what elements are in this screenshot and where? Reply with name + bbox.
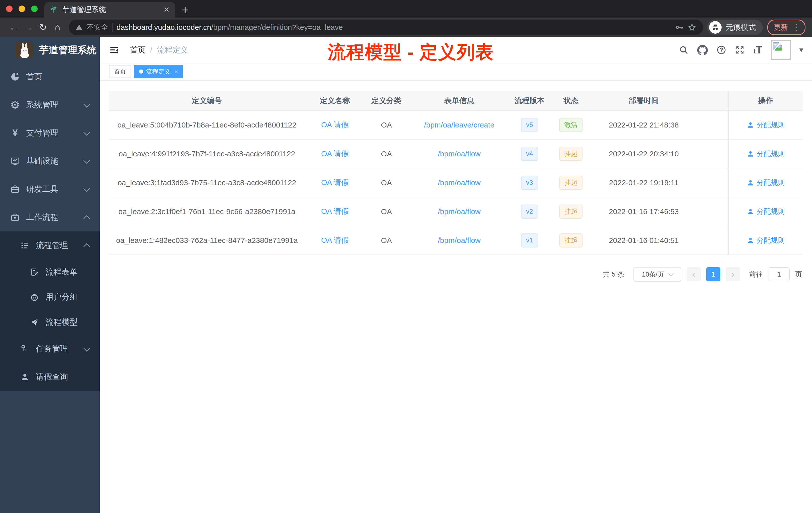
- status-badge: 挂起: [559, 147, 582, 161]
- toolbox-icon: [9, 184, 21, 194]
- tab-strip: 芋道管理系统 ✕ +: [0, 0, 812, 18]
- close-window-button[interactable]: [6, 5, 12, 12]
- sidebar-item-label: 系统管理: [26, 99, 58, 111]
- security-label[interactable]: 不安全: [87, 23, 108, 32]
- tag-home[interactable]: 首页: [109, 65, 131, 78]
- sidebar-item-infra[interactable]: 基础设施: [0, 147, 100, 175]
- browser-tab[interactable]: 芋道管理系统 ✕: [44, 2, 175, 18]
- sidebar: 芋道管理系统 首页 ⚙ 系统管理 ¥: [0, 37, 100, 513]
- column-header: 定义编号: [109, 91, 305, 110]
- zoom-window-button[interactable]: [31, 5, 38, 12]
- back-button[interactable]: ←: [6, 20, 21, 35]
- user-icon: [747, 179, 754, 186]
- sidebar-item-process-mgmt[interactable]: 流程管理: [0, 232, 100, 260]
- favicon-seedling-icon: [50, 6, 58, 14]
- cell-definition-id: oa_leave:2:3c1f0ef1-76b1-11ec-9c66-a2380…: [109, 197, 305, 225]
- cell-definition-id: oa_leave:1:482ec033-762a-11ec-8477-a2380…: [109, 226, 305, 254]
- version-badge: v2: [521, 205, 538, 219]
- sidebar-item-task-mgmt[interactable]: 任务管理: [0, 335, 100, 363]
- breadcrumb-home[interactable]: 首页: [130, 45, 146, 55]
- next-page-button[interactable]: ›: [726, 267, 740, 281]
- sidebar-item-system[interactable]: ⚙ 系统管理: [0, 91, 100, 119]
- status-badge: 挂起: [559, 233, 582, 247]
- avatar[interactable]: [771, 40, 791, 60]
- window-controls: [0, 0, 44, 18]
- sidebar-item-devtools[interactable]: 研发工具: [0, 175, 100, 203]
- sidebar-item-leave-query[interactable]: 请假查询: [0, 363, 100, 391]
- bookmark-star-icon[interactable]: [688, 23, 696, 32]
- sidebar-menu: 首页 ⚙ 系统管理 ¥ 支付管理: [0, 63, 100, 513]
- browser-toolbar: ← → ↻ ⌂ 不安全 dashboard.yudao.iocoder.cn/b…: [0, 18, 812, 37]
- table-row: oa_leave:5:004b710b-7b8a-11ec-8ef0-acde4…: [109, 111, 803, 140]
- sidebar-item-home[interactable]: 首页: [0, 63, 100, 91]
- incognito-icon: [709, 21, 722, 34]
- sidebar-item-label: 首页: [26, 71, 42, 82]
- sidebar-item-label: 任务管理: [36, 343, 68, 354]
- browser-menu-update-button[interactable]: 更新 ⋮: [767, 20, 806, 35]
- navbar-actions: tT ▼: [679, 40, 805, 60]
- face-icon: [29, 293, 40, 302]
- assign-rule-button[interactable]: 分配规则: [747, 120, 785, 130]
- address-bar[interactable]: 不安全 dashboard.yudao.iocoder.cn/bpm/manag…: [69, 20, 703, 35]
- tag-close-icon[interactable]: ×: [174, 68, 178, 75]
- sidebar-item-process-form[interactable]: 流程表单: [0, 260, 100, 284]
- cell-deploy-time: 2022-01-22 19:19:11: [593, 169, 694, 197]
- search-icon[interactable]: [679, 45, 689, 55]
- prev-page-button[interactable]: ‹: [687, 267, 701, 281]
- chevron-down-icon: [83, 185, 90, 192]
- user-icon: [747, 150, 754, 158]
- sidebar-item-user-group[interactable]: 用户分组: [0, 284, 100, 310]
- status-badge: 挂起: [559, 176, 582, 190]
- sidebar-item-workflow[interactable]: 工作流程: [0, 203, 100, 232]
- sidebar-collapse-icon[interactable]: [109, 45, 119, 55]
- assign-rule-button[interactable]: 分配规则: [747, 149, 785, 159]
- table-header-row: 定义编号 定义名称 定义分类 表单信息 流程版本 状态 部署时间 操作: [109, 91, 803, 111]
- forward-button[interactable]: →: [21, 20, 36, 35]
- chevron-down-icon: [83, 157, 90, 164]
- new-tab-button[interactable]: +: [182, 4, 188, 16]
- active-dot: [139, 69, 143, 73]
- avatar-caret-icon[interactable]: ▼: [798, 46, 805, 54]
- cell-category: OA: [365, 226, 408, 254]
- password-key-icon[interactable]: [675, 23, 684, 32]
- form-info-link[interactable]: /bpm/oa/flow: [438, 178, 481, 187]
- definition-name-link[interactable]: OA 请假: [321, 206, 349, 217]
- definition-name-link[interactable]: OA 请假: [321, 149, 349, 159]
- home-button[interactable]: ⌂: [50, 20, 65, 35]
- sidebar-item-label: 研发工具: [26, 184, 58, 195]
- page-size-select[interactable]: 10条/页: [634, 267, 681, 281]
- assign-rule-button[interactable]: 分配规则: [747, 178, 785, 187]
- user-icon: [747, 121, 754, 129]
- assign-rule-button[interactable]: 分配规则: [747, 207, 785, 216]
- tag-process-definition[interactable]: 流程定义 ×: [134, 65, 183, 78]
- incognito-badge: 无痕模式: [707, 20, 763, 35]
- current-page-button[interactable]: 1: [706, 267, 720, 281]
- form-info-link[interactable]: /bpm/oa/flow: [438, 207, 481, 216]
- kebab-menu-icon[interactable]: ⋮: [792, 23, 800, 31]
- tab-close-icon[interactable]: ✕: [164, 6, 170, 13]
- form-info-link[interactable]: /bpm/oa/leave/create: [424, 121, 494, 129]
- assign-rule-button[interactable]: 分配规则: [747, 236, 785, 245]
- chevron-down-icon: [668, 271, 673, 276]
- fullscreen-icon[interactable]: [735, 45, 745, 55]
- table-row: oa_leave:2:3c1f0ef1-76b1-11ec-9c66-a2380…: [109, 197, 803, 226]
- tab-title: 芋道管理系统: [62, 5, 159, 15]
- reload-button[interactable]: ↻: [36, 20, 50, 35]
- font-size-icon[interactable]: tT: [754, 44, 762, 56]
- definition-name-link[interactable]: OA 请假: [321, 177, 349, 188]
- tree-icon: [19, 344, 30, 353]
- app-title: 芋道管理系统: [39, 44, 96, 57]
- minimize-window-button[interactable]: [19, 5, 25, 12]
- goto-page-input[interactable]: [768, 267, 790, 281]
- form-info-link[interactable]: /bpm/oa/flow: [438, 236, 481, 245]
- help-icon[interactable]: [716, 45, 726, 55]
- definition-name-link[interactable]: OA 请假: [321, 235, 349, 245]
- tags-view-bar: 首页 流程定义 ×: [100, 63, 812, 81]
- definition-name-link[interactable]: OA 请假: [321, 120, 349, 130]
- url-text: dashboard.yudao.iocoder.cn/bpm/manager/d…: [116, 23, 343, 32]
- security-warning-icon: [75, 24, 83, 31]
- sidebar-item-process-model[interactable]: 流程模型: [0, 310, 100, 335]
- github-icon[interactable]: [697, 45, 708, 55]
- sidebar-item-payment[interactable]: ¥ 支付管理: [0, 119, 100, 147]
- form-info-link[interactable]: /bpm/oa/flow: [438, 150, 481, 158]
